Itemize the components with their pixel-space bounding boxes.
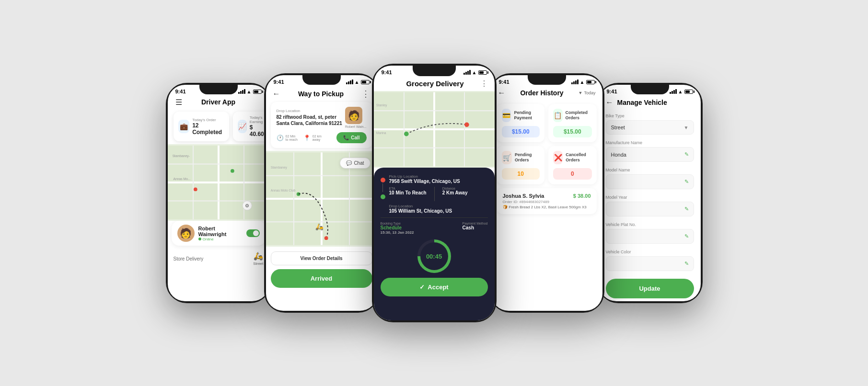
orders-label: Today's Order — [192, 118, 224, 122]
driver-card: 🧑 Robert Wainwright Online — [172, 221, 266, 246]
svg-point-34 — [404, 132, 409, 136]
more-button[interactable]: ⋮ — [361, 89, 370, 99]
location-icon: 📍 — [303, 135, 311, 141]
completed-label: Completed Orders — [566, 110, 592, 121]
edit-color-icon[interactable]: ✎ — [684, 261, 689, 267]
battery-p4 — [586, 80, 595, 84]
stat-orders: 💼 Today's Order 12 Completed — [174, 112, 229, 141]
cancelled-label: Cancelled Orders — [566, 152, 591, 163]
wifi-icon-p1: ▲ — [247, 89, 252, 94]
wifi-p3: ▲ — [472, 70, 477, 75]
update-button[interactable]: Update — [606, 279, 694, 298]
timer-text: 00:45 — [426, 253, 442, 260]
driver-name-1: Robert — [198, 226, 227, 231]
svg-point-35 — [464, 122, 469, 127]
svg-text:Annas Mo...: Annas Mo... — [173, 177, 190, 181]
bike-type-label: Bike Type — [606, 114, 694, 118]
edit-model-icon[interactable]: ✎ — [684, 179, 689, 185]
manufacture-value: Honda — [611, 152, 626, 158]
p3-map: Stanley Marina — [374, 91, 495, 168]
p2-map: Stambaney Annas Moto Club 🛵 💬 Chat — [266, 151, 377, 247]
color-field[interactable]: ✎ — [606, 256, 694, 271]
eta-row: 🕐 02 Min to reach 📍 02 km away — [277, 132, 367, 143]
dist-item: 📍 02 km away — [303, 135, 322, 141]
page-title-p5: Manage Vehicle — [617, 99, 667, 106]
order-items-text: Fresh Bread 2 Lbs X2, Basil Leave 500gm … — [509, 205, 587, 209]
orders-icon: 💼 — [178, 120, 190, 133]
edit-year-icon[interactable]: ✎ — [684, 206, 689, 212]
model-name-field[interactable]: ✎ — [606, 174, 694, 189]
pickup-dot — [381, 178, 385, 182]
more-icon-p3[interactable]: ⋮ — [480, 79, 488, 88]
phone-order-history: 9:41 ▲ ← Order History ▼ Today — [489, 73, 604, 313]
back-button-p4[interactable]: ← — [498, 89, 506, 97]
edit-plate-icon[interactable]: ✎ — [684, 233, 689, 239]
manufacture-label: Manufacture Name — [606, 140, 694, 145]
eta-label: ETA — [389, 187, 427, 190]
signal-p4 — [571, 79, 579, 84]
pending-payment-icon: 💳 — [502, 109, 511, 122]
arrived-button[interactable]: Arrived — [271, 269, 372, 288]
page-title-p2: Way to Pickup — [298, 90, 344, 98]
order-header: Joshua S. Sylvia $ 38.00 — [503, 193, 591, 199]
clock-icon: 🕐 — [277, 135, 284, 141]
svg-text:🛵: 🛵 — [315, 223, 323, 231]
payment-label: Payment Method — [463, 222, 488, 225]
bike-type-value: Street — [611, 125, 625, 130]
bike-type-field[interactable]: Street ▼ — [606, 120, 694, 135]
manufacture-group: Manufacture Name Honda ✎ — [599, 137, 701, 165]
avatar: 🧑 — [177, 225, 195, 242]
order-amount: $ 38.00 — [573, 193, 591, 199]
today-filter[interactable]: ▼ Today — [579, 91, 596, 95]
time-p2: 9:41 — [274, 79, 284, 85]
delivery-type: Store Delivery — [174, 256, 204, 261]
page-title-p4: Order History — [520, 89, 563, 97]
back-button[interactable]: ← — [273, 90, 280, 98]
completed-value: $15.00 — [553, 126, 592, 137]
order-items: 🍞 Fresh Bread 2 Lbs X2, Basil Leave 500g… — [503, 205, 591, 209]
p4-header: ← Order History ▼ Today — [491, 87, 602, 100]
pickup-address: 7958 Swift Village, Chicago, US — [389, 179, 488, 184]
battery-p2 — [361, 80, 370, 84]
model-name-label: Model Name — [606, 168, 694, 172]
time-p3: 9:41 — [382, 69, 392, 75]
vehicle-label: Street — [253, 261, 263, 266]
bike-type-group: Bike Type Street ▼ — [599, 111, 701, 137]
svg-text:Marina: Marina — [376, 131, 386, 135]
accept-label: Accept — [428, 284, 448, 291]
plate-field[interactable]: ✎ — [606, 229, 694, 244]
driver-thumb: 🧑 — [345, 107, 362, 124]
chat-button[interactable]: 💬 Chat — [340, 158, 370, 169]
chat-icon: 💬 — [346, 160, 352, 166]
pending-orders-icon: 🛒 — [502, 151, 512, 164]
timer-circle: 00:45 — [417, 239, 451, 273]
call-button[interactable]: 📞 Call — [336, 132, 366, 143]
signal-p1 — [238, 89, 245, 94]
view-order-button[interactable]: View Order Details — [271, 251, 372, 265]
signal-p3 — [463, 70, 471, 75]
booking-type-value: Schedule — [381, 225, 414, 230]
manufacture-field[interactable]: Honda ✎ — [606, 147, 694, 162]
svg-point-10 — [231, 169, 234, 173]
stats-grid: 💳 Pending Payment $15.00 📋 Completed Ord… — [491, 100, 602, 188]
wifi-p2: ▲ — [355, 79, 359, 85]
svg-point-24 — [324, 236, 328, 240]
online-toggle[interactable] — [246, 229, 260, 237]
stat-pending-orders: 🛒 Pending Orders 10 — [497, 146, 544, 184]
phone-driver-app: 9:41 ▲ ☰ Driver App 💼 Tod — [166, 83, 271, 303]
svg-point-9 — [193, 188, 197, 192]
menu-icon[interactable]: ☰ — [175, 98, 182, 107]
eta-value: 10 Min To Reach — [389, 190, 427, 195]
stat-cancelled: ❌ Cancelled Orders 0 — [548, 146, 597, 184]
booking-type-label: Booking Type — [381, 222, 414, 225]
back-button-p5[interactable]: ← — [606, 98, 613, 107]
cancelled-icon: ❌ — [553, 151, 563, 164]
color-label: Vehicle Color — [606, 250, 694, 254]
completed-icon: 📋 — [553, 109, 563, 122]
model-year-field[interactable]: ✎ — [606, 202, 694, 216]
edit-manufacture-icon[interactable]: ✎ — [684, 151, 689, 158]
phone-manage-vehicle: 9:41 ▲ ← Manage Vehicle Bike Type Street… — [597, 83, 703, 303]
eta-row: ETA 10 Min To Reach Distance 2 Km Away — [389, 187, 488, 201]
drop-address: 105 William St, Chicago, US — [389, 208, 488, 214]
accept-button[interactable]: ✓ Accept — [381, 278, 488, 296]
